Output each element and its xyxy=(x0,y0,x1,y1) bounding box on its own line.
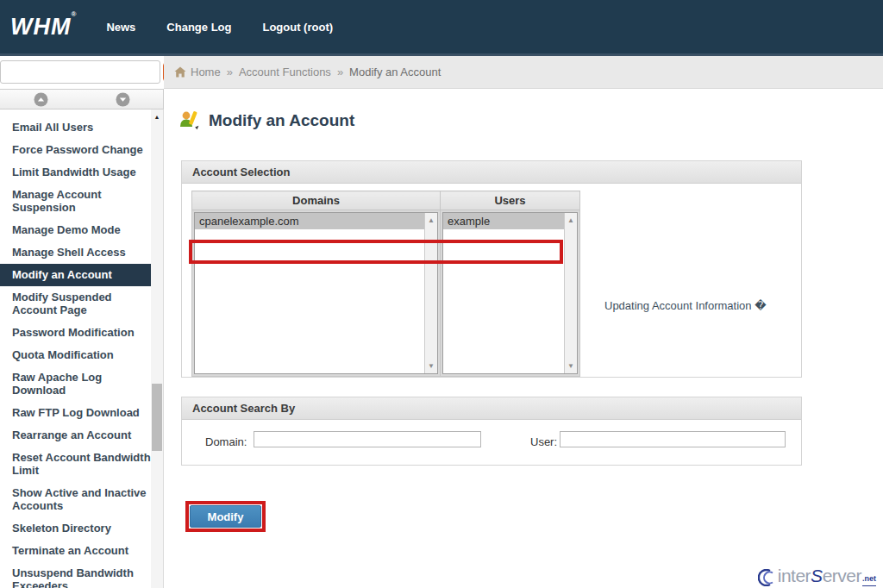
users-column-header: Users xyxy=(441,191,580,210)
breadcrumb-separator: » xyxy=(227,66,233,78)
modify-account-icon xyxy=(178,109,201,132)
domain-option-cpanelexample-com[interactable]: cpanelexample.com xyxy=(195,213,424,229)
sidebar-item-manage-demo-mode[interactable]: Manage Demo Mode xyxy=(0,219,151,241)
sidebar-item-modify-suspended-account-page[interactable]: Modify Suspended Account Page xyxy=(0,286,151,322)
account-selection-body: Domains Users cpanelexample.com ▲ xyxy=(182,191,801,377)
account-search-body: Domain: User: xyxy=(182,420,801,466)
interserver-swoosh-icon xyxy=(758,569,777,586)
scrollbar-thumb[interactable] xyxy=(152,384,162,451)
user-field-label: User: xyxy=(530,435,557,448)
sidebar-item-skeleton-directory[interactable]: Skeleton Directory xyxy=(0,517,151,540)
sidebar-item-modify-an-account[interactable]: Modify an Account xyxy=(0,264,151,286)
sidebar-item-limit-bandwidth-usage[interactable]: Limit Bandwidth Usage xyxy=(0,161,151,184)
domains-listbox[interactable]: cpanelexample.com ▲ ▼ xyxy=(194,212,438,374)
sidebar-item-manage-account-suspension[interactable]: Manage Account Suspension xyxy=(0,184,151,219)
modify-button[interactable]: Modify xyxy=(190,505,261,528)
users-listbox-scrollbar[interactable]: ▲ ▼ xyxy=(564,213,577,373)
account-search-header: Account Search By xyxy=(182,397,801,420)
domains-options: cpanelexample.com xyxy=(195,213,424,229)
sidebar-item-reset-account-bandwidth-limit[interactable]: Reset Account Bandwidth Limit xyxy=(0,447,151,482)
sidebar-item-password-modification[interactable]: Password Modification xyxy=(0,322,151,344)
page-title-row: Modify an Account xyxy=(178,109,354,132)
breadcrumb-item-account-functions[interactable]: Account Functions xyxy=(239,66,331,78)
breadcrumb-item-home[interactable]: Home xyxy=(191,66,221,78)
scrollbar-up-arrow-icon[interactable]: ▲ xyxy=(151,109,163,120)
scroll-up-button[interactable] xyxy=(0,89,82,109)
breadcrumb-separator: » xyxy=(337,66,343,78)
interserver-suffix: .net xyxy=(862,574,876,586)
sidebar-item-terminate-an-account[interactable]: Terminate an Account xyxy=(0,540,151,562)
topnav-items: NewsChange LogLogout (root) xyxy=(106,21,333,34)
sidebar-item-raw-ftp-log-download[interactable]: Raw FTP Log Download xyxy=(0,402,151,424)
domain-field-label: Domain: xyxy=(205,435,247,448)
down-arrow-icon xyxy=(116,92,130,107)
home-icon xyxy=(174,66,186,78)
main-content: Home»Account Functions»Modify an Account… xyxy=(164,56,883,588)
interserver-logo: interServer .net xyxy=(758,566,876,586)
interserver-wordmark: interServer xyxy=(778,566,861,586)
search-input[interactable] xyxy=(1,63,163,81)
domains-listbox-scrollbar[interactable]: ▲ ▼ xyxy=(424,213,437,373)
scroll-down-button[interactable] xyxy=(82,89,164,109)
sidebar-search-row xyxy=(0,56,164,89)
domain-search-input[interactable] xyxy=(254,431,481,447)
sidebar-collapse-controls xyxy=(0,89,164,109)
top-navigation-bar: WHM® NewsChange LogLogout (root) xyxy=(0,0,883,56)
page-title: Modify an Account xyxy=(209,111,354,130)
breadcrumb-item-modify-an-account: Modify an Account xyxy=(349,66,441,78)
users-listbox[interactable]: example ▲ ▼ xyxy=(442,212,578,374)
account-selection-table: Domains Users cpanelexample.com ▲ xyxy=(191,191,580,377)
listbox-scroll-up-icon[interactable]: ▲ xyxy=(425,216,437,224)
sidebar-scrollbar[interactable]: ▲ xyxy=(151,109,163,588)
user-search-input[interactable] xyxy=(560,431,786,447)
sidebar-item-rearrange-an-account[interactable]: Rearrange an Account xyxy=(0,424,151,447)
sidebar-item-email-all-users[interactable]: Email All Users xyxy=(0,116,151,139)
listbox-scroll-up-icon[interactable]: ▲ xyxy=(565,216,577,224)
annotation-box-modify-button: Modify xyxy=(185,501,266,532)
whm-logo[interactable]: WHM® xyxy=(10,14,77,41)
topnav-item-change-log[interactable]: Change Log xyxy=(166,21,231,34)
sidebar: Email All UsersForce Password ChangeLimi… xyxy=(0,56,164,588)
users-options: example xyxy=(443,213,564,229)
account-selection-header: Account Selection xyxy=(182,161,801,184)
sidebar-nav: Email All UsersForce Password ChangeLimi… xyxy=(0,109,151,588)
breadcrumb: Home»Account Functions»Modify an Account xyxy=(164,56,883,89)
account-selection-panel: Account Selection Domains Users cp xyxy=(181,160,802,378)
user-option-example[interactable]: example xyxy=(443,213,564,229)
sidebar-item-manage-shell-access[interactable]: Manage Shell Access xyxy=(0,241,151,264)
listbox-scroll-down-icon[interactable]: ▼ xyxy=(565,362,577,370)
sidebar-item-force-password-change[interactable]: Force Password Change xyxy=(0,139,151,161)
account-search-panel: Account Search By Domain: User: xyxy=(181,397,802,466)
topnav-item-logout-root[interactable]: Logout (root) xyxy=(262,21,333,34)
sidebar-item-unsuspend-bandwidth-exceeders[interactable]: Unsuspend Bandwidth Exceeders xyxy=(0,562,151,588)
whm-app: WHM® NewsChange LogLogout (root) xyxy=(0,0,883,588)
sidebar-item-raw-apache-log-download[interactable]: Raw Apache Log Download xyxy=(0,366,151,402)
sidebar-item-quota-modification[interactable]: Quota Modification xyxy=(0,344,151,366)
topnav-item-news[interactable]: News xyxy=(106,21,135,34)
status-text: Updating Account Information � xyxy=(604,299,767,312)
up-arrow-icon xyxy=(34,92,48,107)
sidebar-item-show-active-and-inactive-accounts[interactable]: Show Active and Inactive Accounts xyxy=(0,482,151,517)
sidebar-search-box xyxy=(0,60,160,84)
breadcrumb-items: Home»Account Functions»Modify an Account xyxy=(191,66,441,78)
logo-registered-mark: ® xyxy=(71,10,77,18)
listbox-scroll-down-icon[interactable]: ▼ xyxy=(425,362,437,370)
domains-column-header: Domains xyxy=(192,191,441,210)
